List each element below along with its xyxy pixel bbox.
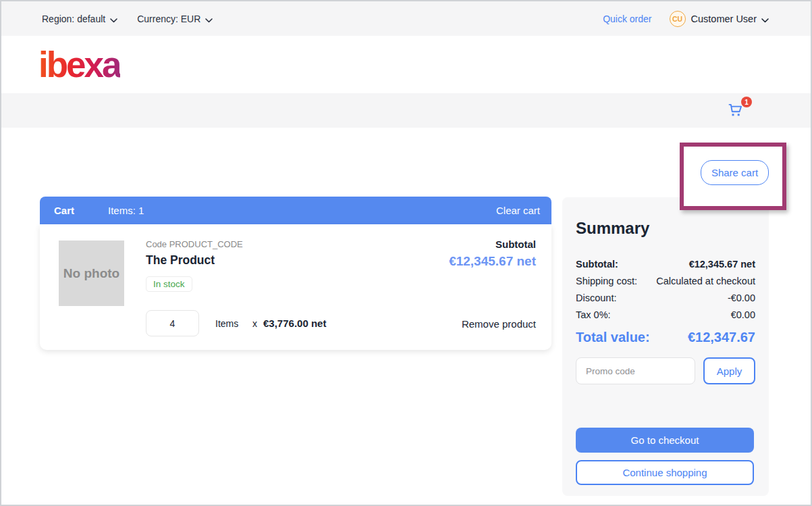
quick-order-link[interactable]: Quick order bbox=[603, 14, 651, 24]
quantity-input[interactable] bbox=[146, 310, 199, 336]
cart-count-badge: 1 bbox=[741, 97, 752, 107]
chevron-down-icon bbox=[205, 14, 213, 25]
summary-title: Summary bbox=[576, 219, 755, 238]
row-label: Subtotal: bbox=[576, 256, 618, 273]
quantity-unit-label: Items bbox=[215, 318, 238, 329]
cart-title: Cart bbox=[54, 205, 74, 216]
header: ibexa bbox=[1, 36, 811, 93]
promo-code-input[interactable] bbox=[576, 357, 695, 384]
unit-price: €3,776.00 net bbox=[263, 318, 326, 329]
top-bar-right: Quick order CU Customer User bbox=[603, 11, 769, 27]
page: Region: default Currency: EUR Quick orde… bbox=[0, 0, 812, 506]
row-label: Discount: bbox=[576, 290, 616, 307]
subtotal-value: €12,345.67 net bbox=[449, 254, 536, 269]
clear-cart-button[interactable]: Clear cart bbox=[496, 205, 540, 216]
currency-label: Currency: EUR bbox=[137, 14, 200, 24]
summary-row-shipping: Shipping cost: Calculated at checkout bbox=[576, 273, 755, 290]
product-code: Code PRODUCT_CODE bbox=[146, 239, 243, 249]
subtotal-label: Subtotal bbox=[495, 238, 536, 250]
currency-selector[interactable]: Currency: EUR bbox=[137, 13, 213, 25]
user-menu[interactable]: Customer User bbox=[691, 13, 769, 25]
cart-items-count: Items: 1 bbox=[108, 205, 144, 216]
summary-rows: Subtotal: €12,345.67 net Shipping cost: … bbox=[576, 256, 755, 324]
region-selector[interactable]: Region: default bbox=[42, 13, 117, 25]
ibexa-logo[interactable]: ibexa bbox=[38, 47, 120, 82]
total-label: Total value: bbox=[576, 330, 650, 345]
cart-card: Cart Items: 1 Clear cart No photo Code P… bbox=[40, 197, 551, 350]
row-value: €12,345.67 net bbox=[689, 256, 755, 273]
avatar[interactable]: CU bbox=[670, 11, 686, 27]
row-label: Tax 0%: bbox=[576, 307, 611, 324]
row-value: Calculated at checkout bbox=[656, 273, 755, 290]
nav-bar: 1 bbox=[1, 93, 811, 128]
multiply-sign: x bbox=[252, 318, 257, 329]
cart-button[interactable]: 1 bbox=[726, 101, 747, 121]
go-to-checkout-button[interactable]: Go to checkout bbox=[576, 428, 754, 453]
top-bar-left: Region: default Currency: EUR bbox=[42, 13, 213, 25]
shopping-cart-icon bbox=[726, 109, 745, 121]
total-value: €12,347.67 bbox=[688, 330, 755, 345]
continue-shopping-button[interactable]: Continue shopping bbox=[576, 460, 754, 485]
chevron-down-icon bbox=[761, 14, 769, 25]
row-label: Shipping cost: bbox=[576, 273, 637, 290]
cart-product-row: No photo Code PRODUCT_CODE The Product I… bbox=[40, 224, 551, 350]
apply-promo-button[interactable]: Apply bbox=[703, 357, 755, 384]
summary-row-discount: Discount: -€0.00 bbox=[576, 290, 755, 307]
stock-status-badge: In stock bbox=[146, 276, 192, 292]
product-name[interactable]: The Product bbox=[146, 253, 215, 268]
chevron-down-icon bbox=[110, 14, 117, 25]
summary-panel: Summary Subtotal: €12,345.67 net Shippin… bbox=[562, 197, 769, 496]
share-cart-button[interactable]: Share cart bbox=[701, 160, 769, 185]
region-label: Region: default bbox=[42, 14, 105, 24]
summary-row-subtotal: Subtotal: €12,345.67 net bbox=[576, 256, 755, 273]
row-value: €0.00 bbox=[731, 307, 755, 324]
product-image-placeholder: No photo bbox=[59, 241, 124, 306]
top-bar: Region: default Currency: EUR Quick orde… bbox=[1, 1, 811, 36]
promo-row: Apply bbox=[576, 357, 755, 384]
summary-row-tax: Tax 0%: €0.00 bbox=[576, 307, 755, 324]
main-content: Share cart Cart Items: 1 Clear cart No p… bbox=[1, 128, 811, 504]
annotation-highlight-box: Share cart bbox=[680, 143, 786, 210]
row-value: -€0.00 bbox=[728, 290, 755, 307]
total-row: Total value: €12,347.67 bbox=[576, 330, 755, 345]
user-name: Customer User bbox=[691, 14, 757, 24]
cart-header: Cart Items: 1 Clear cart bbox=[40, 197, 551, 224]
remove-product-button[interactable]: Remove product bbox=[462, 318, 536, 330]
